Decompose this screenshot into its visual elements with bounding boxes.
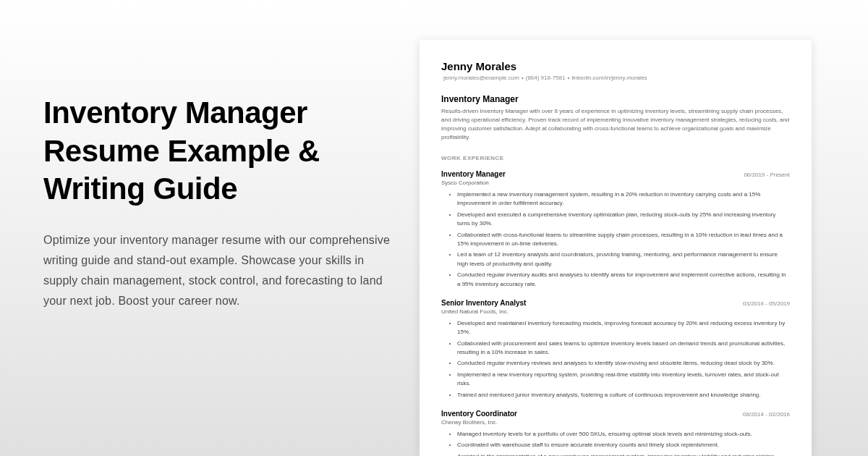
- job-dates: 03/2016 - 05/2019: [743, 300, 790, 307]
- job-bullets: Managed inventory levels for a portfolio…: [441, 430, 790, 456]
- job-title: Senior Inventory Analyst: [441, 299, 526, 307]
- resume-email: jenny.morales@example.com: [443, 75, 519, 81]
- job-entry: Senior Inventory Analyst03/2016 - 05/201…: [441, 299, 790, 400]
- job-bullet: Collaborated with procurement and sales …: [457, 339, 790, 358]
- jobs-container: Inventory Manager06/2019 - PresentSysco …: [441, 170, 790, 456]
- job-bullet: Managed inventory levels for a portfolio…: [457, 430, 790, 439]
- resume-headline: Inventory Manager: [441, 94, 790, 104]
- job-bullet: Trained and mentored junior inventory an…: [457, 391, 790, 400]
- section-header-work: WORK EXPERIENCE: [441, 155, 790, 161]
- resume-card: Jenny Morales jenny.morales@example.com•…: [420, 40, 812, 456]
- resume-phone: (864) 918-7581: [526, 75, 566, 81]
- job-bullet: Collaborated with cross-functional teams…: [457, 231, 790, 249]
- job-entry: Inventory Coordinator08/2014 - 02/2016Ch…: [441, 410, 790, 456]
- left-panel: Inventory Manager Resume Example & Writi…: [0, 0, 420, 456]
- job-bullet: Led a team of 12 inventory analysts and …: [457, 250, 790, 269]
- job-header: Inventory Coordinator08/2014 - 02/2016: [441, 410, 790, 418]
- job-bullet: Implemented a new inventory reporting sy…: [457, 371, 790, 389]
- job-title: Inventory Coordinator: [441, 410, 517, 418]
- job-bullet: Developed and executed a comprehensive i…: [457, 211, 790, 229]
- resume-linkedin: linkedin.com/in/jenny.morales: [571, 75, 647, 81]
- job-company: Cheney Brothers, Inc.: [441, 419, 790, 426]
- job-header: Inventory Manager06/2019 - Present: [441, 170, 790, 178]
- page-description: Optimize your inventory manager resume w…: [43, 230, 391, 311]
- job-dates: 06/2019 - Present: [744, 172, 790, 178]
- job-dates: 08/2014 - 02/2016: [743, 411, 790, 418]
- job-bullet: Coordinated with warehouse staff to ensu…: [457, 441, 790, 449]
- right-panel: Jenny Morales jenny.morales@example.com•…: [420, 0, 868, 456]
- job-bullet: Developed and maintained inventory forec…: [457, 319, 790, 337]
- job-company: United Natural Foods, Inc.: [441, 308, 790, 315]
- resume-contact: jenny.morales@example.com•(864) 918-7581…: [441, 75, 790, 81]
- job-bullet: Conducted regular inventory reviews and …: [457, 359, 790, 368]
- job-entry: Inventory Manager06/2019 - PresentSysco …: [441, 170, 790, 289]
- resume-summary: Results-driven Inventory Manager with ov…: [441, 107, 790, 142]
- job-bullet: Conducted regular inventory audits and a…: [457, 271, 790, 289]
- job-bullet: Assisted in the implementation of a new …: [457, 452, 790, 456]
- page-title: Inventory Manager Resume Example & Writi…: [43, 94, 391, 208]
- resume-name: Jenny Morales: [441, 60, 790, 72]
- job-company: Sysco Corporation: [441, 180, 790, 186]
- job-bullet: Implemented a new inventory management s…: [457, 190, 790, 208]
- job-bullets: Implemented a new inventory management s…: [441, 190, 790, 289]
- job-bullets: Developed and maintained inventory forec…: [441, 319, 790, 400]
- job-header: Senior Inventory Analyst03/2016 - 05/201…: [441, 299, 790, 307]
- job-title: Inventory Manager: [441, 170, 506, 178]
